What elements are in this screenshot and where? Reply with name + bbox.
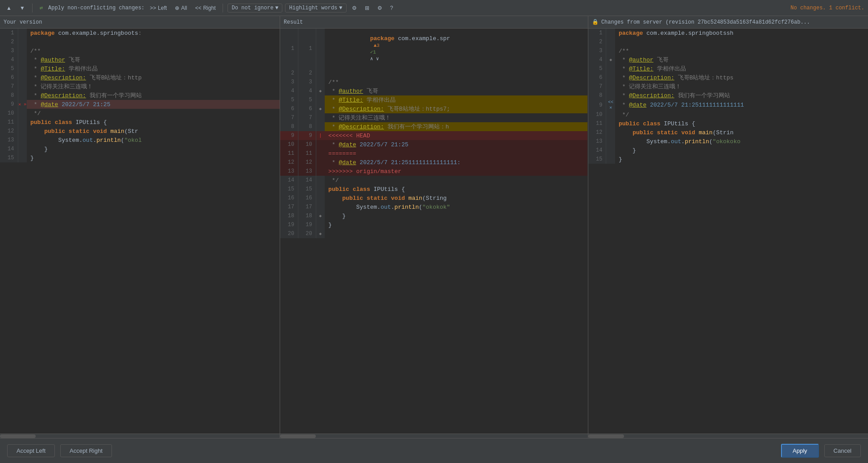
table-row: 20 20 ◈ bbox=[280, 229, 587, 238]
table-row: 15 15 public class IPUtils { bbox=[280, 185, 587, 194]
table-row: 10 */ bbox=[588, 110, 868, 119]
table-row: 12 public static void main(Strin bbox=[588, 128, 868, 137]
lock-icon: 🔒 bbox=[592, 19, 599, 25]
table-row: 12 public static void main(Str bbox=[0, 127, 280, 136]
table-row: 7 * 记得关注和三连哦！ bbox=[0, 82, 280, 91]
table-row: 8 8 * @Description: 我们有一个学习网站：h bbox=[280, 122, 587, 131]
cancel-button[interactable]: Cancel bbox=[824, 444, 861, 457]
center-code-area[interactable]: 1 1 package com.example.spr ▲3 ✓1 ∧ ∨ 2 … bbox=[280, 29, 588, 434]
do-not-ignore-dropdown[interactable]: Do not ignore ▼ bbox=[227, 4, 282, 12]
table-row: 1 package com.example.springboots: bbox=[0, 29, 280, 37]
nav-up-button[interactable]: ▲ bbox=[4, 4, 14, 12]
table-row: 8 * @Description: 我们有一个学习网站 bbox=[588, 91, 868, 100]
table-row: 5 * @Title: 学相伴出品 bbox=[0, 64, 280, 73]
accept-right-button[interactable]: Accept Right bbox=[60, 444, 112, 457]
table-row: 15 } bbox=[0, 153, 280, 162]
table-row: 2 2 bbox=[280, 69, 587, 78]
table-row: 13 System.out.println("okokoko bbox=[588, 137, 868, 146]
table-row: 14 14 */ bbox=[280, 176, 587, 185]
right-code-area[interactable]: 1 package com.example.springbootssh 2 3 … bbox=[588, 29, 868, 434]
gear-button[interactable]: ⚙ bbox=[375, 4, 385, 12]
center-panel: Result 1 1 package com.example.spr ▲3 ✓1… bbox=[280, 16, 588, 438]
right-code-table: 1 package com.example.springbootssh 2 3 … bbox=[588, 29, 868, 164]
center-code-table: 1 1 package com.example.spr ▲3 ✓1 ∧ ∨ 2 … bbox=[280, 29, 588, 238]
table-row: 3 /** bbox=[588, 46, 868, 55]
table-row: 10 10 * @date 2022/5/7 21:25 bbox=[280, 140, 587, 149]
table-row: 4 4 ◈ * @author 飞哥 bbox=[280, 87, 587, 95]
columns-button[interactable]: ⊞ bbox=[362, 4, 372, 12]
table-row: 1 package com.example.springbootssh bbox=[588, 29, 868, 37]
table-row: 6 * @Description: 飞哥B站地址：http bbox=[0, 73, 280, 82]
settings-button[interactable]: ⚙ bbox=[349, 4, 360, 12]
table-row: 6 * @Description: 飞哥B站地址：https bbox=[588, 73, 868, 82]
main-toolbar: ▲ ▼ ⇄ Apply non-conflicting changes: >> … bbox=[0, 0, 868, 16]
apply-left-button[interactable]: >> Left bbox=[147, 4, 169, 12]
table-row: 13 System.out.println("okol bbox=[0, 136, 280, 145]
table-row: 6 6 ◈ * @Description: 飞哥B站地址：https7; bbox=[280, 104, 587, 113]
table-row: 3 /** bbox=[0, 46, 280, 55]
separator-2 bbox=[223, 4, 223, 12]
apply-non-conflicting-label: Apply non-conflicting changes: bbox=[48, 5, 145, 11]
help-button[interactable]: ? bbox=[388, 4, 396, 12]
table-row: 7 7 * 记得关注和三连哦！ bbox=[280, 113, 587, 122]
table-row: 2 bbox=[0, 37, 280, 46]
left-panel-header: Your version bbox=[0, 16, 280, 29]
table-row: 10 */ bbox=[0, 109, 280, 118]
center-panel-title: Result bbox=[284, 19, 303, 25]
right-scrollbar[interactable] bbox=[588, 434, 868, 438]
table-row: 4 * @author 飞哥 bbox=[0, 55, 280, 64]
apply-all-button[interactable]: ⊕ All bbox=[172, 4, 190, 12]
table-row: 3 3 /** bbox=[280, 78, 587, 87]
table-row: 2 bbox=[588, 37, 868, 46]
table-row: 13 13 >>>>>>> origin/master bbox=[280, 167, 587, 176]
table-row: 1 1 package com.example.spr ▲3 ✓1 ∧ ∨ bbox=[280, 29, 587, 69]
table-row: 7 * 记得关注和三连哦！ bbox=[588, 82, 868, 91]
bottom-bar: Accept Left Accept Right Apply Cancel bbox=[0, 438, 868, 463]
table-row: 5 * @Title: 学相伴出品 bbox=[588, 64, 868, 73]
diff-container: Your version 1 package com.example.sprin… bbox=[0, 16, 868, 438]
table-row: 18 18 ◈ } bbox=[280, 211, 587, 220]
left-panel-title: Your version bbox=[4, 19, 42, 25]
table-row: 16 16 public static void main(String bbox=[280, 194, 587, 203]
left-code-table: 1 package com.example.springboots: 2 3 /… bbox=[0, 29, 280, 162]
table-row: 11 11 ======== bbox=[280, 149, 587, 158]
table-row: 17 17 System.out.println("okokok" bbox=[280, 203, 587, 211]
apply-button[interactable]: Apply bbox=[781, 444, 819, 458]
apply-right-button[interactable]: << Right bbox=[192, 4, 218, 12]
right-panel-header: 🔒 Changes from server (revision 27bc5248… bbox=[588, 16, 868, 29]
center-panel-header: Result bbox=[280, 16, 588, 29]
nav-down-button[interactable]: ▼ bbox=[17, 4, 28, 12]
table-row: 11 public class IPUtils { bbox=[0, 118, 280, 127]
table-row: 4 ◈ * @author 飞哥 bbox=[588, 55, 868, 64]
table-row: 19 19 } bbox=[280, 220, 587, 229]
center-scrollbar[interactable] bbox=[280, 434, 588, 438]
left-panel: Your version 1 package com.example.sprin… bbox=[0, 16, 280, 438]
highlight-words-dropdown[interactable]: Highlight words ▼ bbox=[285, 4, 346, 12]
separator-1 bbox=[32, 4, 33, 12]
table-row: 15 } bbox=[588, 155, 868, 164]
table-row: 11 public class IPUtils { bbox=[588, 119, 868, 128]
left-scrollbar[interactable] bbox=[0, 434, 280, 438]
table-row: 5 5 * @Title: 学相伴出品 bbox=[280, 95, 587, 104]
table-row: 9 << ✕ * @date 2022/5/7 21:2511111111111… bbox=[588, 100, 868, 110]
conflict-info: No changes. 1 conflict. bbox=[790, 5, 864, 11]
right-panel: 🔒 Changes from server (revision 27bc5248… bbox=[588, 16, 868, 438]
table-row: 14 } bbox=[588, 146, 868, 155]
apply-icon: ⇄ bbox=[37, 4, 45, 12]
right-panel-title: Changes from server (revision 27bc524853… bbox=[601, 19, 810, 25]
table-row: 14 } bbox=[0, 145, 280, 153]
left-code-area[interactable]: 1 package com.example.springboots: 2 3 /… bbox=[0, 29, 280, 434]
table-row: 12 12 * @date 2022/5/7 21:25111111111111… bbox=[280, 158, 587, 167]
accept-left-button[interactable]: Accept Left bbox=[7, 444, 55, 457]
table-row: 8 * @Description: 我们有一个学习网站 bbox=[0, 91, 280, 100]
table-row: 9 ✕ » * @date 2022/5/7 21:25 bbox=[0, 100, 280, 109]
table-row: 9 9 | <<<<<<< HEAD bbox=[280, 131, 587, 140]
